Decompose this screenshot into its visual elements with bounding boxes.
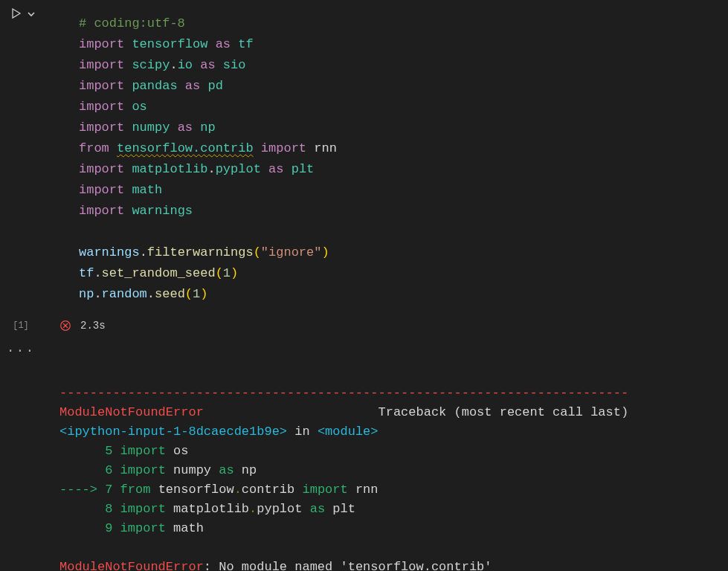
code-line: import math [79, 180, 337, 201]
execution-count: [1] [0, 320, 42, 331]
cell-output: ----------------------------------------… [0, 358, 728, 571]
ipython-input-tag: <ipython-input-1-8dcaecde1b9e> [59, 425, 287, 439]
code-line: import os [79, 97, 337, 117]
svg-marker-0 [13, 9, 20, 18]
code-cell[interactable]: # coding:utf-8 import tensorflow as tf i… [42, 0, 344, 312]
cell-status-row: [1] 2.3s [0, 320, 728, 332]
error-name: ModuleNotFoundError [59, 405, 204, 419]
code-line: np.random.seed(1) [79, 284, 337, 305]
cell-gutter [0, 0, 42, 312]
traceback-label: Traceback (most recent call last) [378, 405, 628, 419]
code-line: import tensorflow as tf [79, 34, 337, 55]
traceback-arrow: ----> [59, 483, 105, 497]
run-cell-icon[interactable] [10, 7, 22, 19]
code-line: warnings.filterwarnings("ignore") [79, 242, 337, 263]
error-name: ModuleNotFoundError [59, 560, 204, 571]
code-line: from tensorflow.contrib import rnn [79, 138, 337, 159]
chevron-down-icon[interactable] [27, 9, 36, 18]
more-actions-icon[interactable]: ··· [0, 343, 42, 358]
error-icon [59, 320, 71, 332]
code-line: import numpy as np [79, 117, 337, 138]
execution-time: 2.3s [80, 320, 106, 332]
code-line: import warnings [79, 201, 337, 222]
warning-underline: tensorflow.contrib [117, 141, 254, 155]
notebook-root: # coding:utf-8 import tensorflow as tf i… [0, 0, 728, 571]
code-line: import scipy.io as sio [79, 55, 337, 76]
comment: # coding:utf-8 [79, 16, 185, 30]
traceback-divider: ----------------------------------------… [59, 386, 628, 400]
code-line: import pandas as pd [79, 76, 337, 97]
code-line [79, 222, 337, 242]
code-line: import matplotlib.pyplot as plt [79, 159, 337, 180]
code-line: tf.set_random_seed(1) [79, 263, 337, 284]
code-line: # coding:utf-8 [79, 13, 337, 34]
error-message: : No module named 'tensorflow.contrib' [204, 560, 492, 571]
